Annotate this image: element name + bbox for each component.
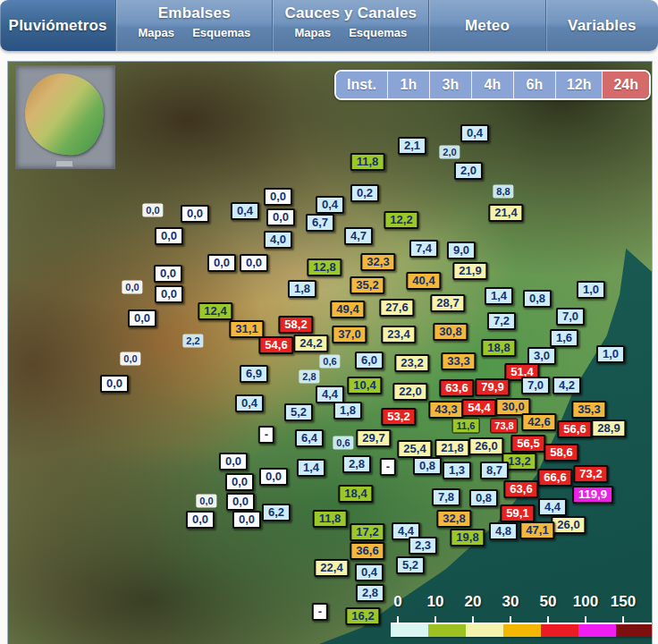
gauge-label[interactable]: 58,6 — [544, 444, 578, 462]
gauge-label[interactable]: 5,2 — [396, 556, 425, 574]
gauge-label[interactable]: 0,0 — [264, 188, 292, 206]
gauge-label[interactable]: 7,0 — [556, 308, 585, 326]
gauge-label[interactable]: 26,0 — [468, 437, 503, 455]
gauge-label[interactable]: 7,0 — [521, 377, 550, 394]
gauge-label[interactable]: 32,3 — [360, 253, 395, 271]
gauge-label[interactable]: 66,6 — [537, 469, 572, 487]
gauge-label[interactable]: 119,9 — [572, 486, 613, 504]
gauge-label[interactable]: 28,7 — [430, 294, 465, 312]
gauge-label[interactable]: 33,3 — [441, 352, 476, 370]
gauge-label[interactable]: 12,2 — [384, 211, 418, 229]
gauge-label[interactable]: 1,4 — [485, 287, 513, 305]
gauge-label[interactable]: 4,2 — [553, 377, 581, 394]
gauge-label[interactable]: 4,7 — [344, 227, 373, 245]
gauge-label[interactable]: 79,9 — [475, 378, 510, 396]
gauge-label[interactable]: 8,7 — [480, 462, 509, 479]
gauge-label[interactable]: 21,4 — [488, 204, 523, 222]
gauge-label[interactable]: 3,0 — [527, 347, 556, 365]
tab-meteo[interactable]: Meteo — [429, 0, 545, 51]
gauge-label[interactable]: 42,6 — [521, 413, 556, 431]
time-button-3h[interactable]: 3h — [430, 72, 472, 98]
gauge-label[interactable]: 2,8 — [299, 370, 319, 384]
tab-embalses-sub-mapas[interactable]: Mapas — [138, 26, 173, 39]
gauge-label[interactable]: 63,6 — [503, 480, 538, 498]
tab-embalses[interactable]: EmbalsesMapasEsquemas — [116, 0, 273, 51]
gauge-label[interactable]: 24,2 — [293, 335, 328, 352]
gauge-label[interactable]: 73,2 — [573, 465, 608, 483]
gauge-label[interactable]: 56,5 — [510, 435, 545, 453]
gauge-label[interactable]: 54,4 — [461, 399, 496, 417]
gauge-label[interactable]: 5,2 — [284, 403, 313, 421]
gauge-label[interactable]: 32,8 — [436, 510, 471, 528]
gauge-label[interactable]: 0,0 — [122, 281, 142, 294]
gauge-label[interactable]: 47,1 — [519, 521, 554, 539]
gauge-label[interactable]: 0,2 — [350, 184, 379, 202]
gauge-label[interactable]: 1,0 — [596, 345, 625, 363]
gauge-label[interactable]: 2,0 — [454, 162, 483, 180]
gauge-label[interactable]: 0,0 — [155, 285, 183, 303]
tab-pluviometros[interactable]: Pluviómetros — [0, 0, 116, 51]
gauge-label[interactable]: 18,8 — [481, 339, 516, 357]
time-button-1h[interactable]: 1h — [388, 72, 430, 98]
gauge-label[interactable]: 23,4 — [381, 326, 416, 343]
gauge-label[interactable]: - — [258, 426, 274, 444]
gauge-label[interactable]: 7,8 — [432, 488, 460, 506]
gauge-label[interactable]: 28,9 — [591, 419, 626, 437]
gauge-label[interactable]: 2,3 — [409, 537, 437, 555]
gauge-label[interactable]: 1,8 — [288, 280, 316, 298]
tab-cauces-y-canales[interactable]: Cauces y CanalesMapasEsquemas — [273, 0, 429, 51]
gauge-label[interactable]: 19,8 — [450, 529, 485, 547]
gauge-label[interactable]: 6,4 — [295, 429, 324, 447]
gauge-label[interactable]: 0,4 — [316, 196, 344, 214]
gauge-label[interactable]: 4,4 — [316, 386, 344, 403]
gauge-label[interactable]: 0,0 — [100, 375, 129, 393]
gauge-label[interactable]: 73,8 — [490, 419, 518, 434]
gauge-label[interactable]: 59,1 — [500, 504, 535, 522]
gauge-label[interactable]: 0,0 — [155, 227, 183, 245]
gauge-label[interactable]: 0,8 — [469, 489, 498, 507]
gauge-label[interactable]: 35,3 — [571, 401, 606, 419]
tab-cauces-y-canales-sub-mapas[interactable]: Mapas — [294, 26, 330, 39]
gauge-label[interactable]: 0,0 — [181, 205, 209, 223]
gauge-label[interactable]: 56,6 — [557, 420, 592, 438]
gauge-label[interactable]: 1,3 — [443, 462, 471, 479]
gauge-label[interactable]: 6,0 — [355, 352, 384, 369]
gauge-label[interactable]: 0,0 — [128, 309, 156, 327]
gauge-label[interactable]: 35,2 — [350, 276, 384, 294]
gauge-label[interactable]: 4,0 — [264, 231, 292, 249]
gauge-label[interactable]: 7,2 — [487, 312, 516, 330]
gauge-label[interactable]: 0,0 — [225, 473, 254, 491]
gauge-label[interactable]: 22,4 — [314, 559, 349, 577]
gauge-label[interactable]: 1,8 — [333, 402, 362, 419]
gauge-label[interactable]: 9,0 — [447, 242, 476, 259]
gauge-label[interactable]: 18,4 — [338, 485, 373, 503]
gauge-label[interactable]: 30,8 — [433, 323, 468, 341]
gauge-label[interactable]: 4,8 — [489, 522, 518, 540]
gauge-label[interactable]: 0,0 — [154, 265, 182, 283]
gauge-label[interactable]: 2,8 — [356, 584, 384, 602]
gauge-label[interactable]: 12,8 — [307, 258, 342, 276]
time-button-24h[interactable]: 24h — [603, 72, 649, 98]
gauge-label[interactable]: 0,0 — [120, 352, 140, 366]
gauge-label[interactable]: 12,4 — [198, 302, 232, 320]
gauge-label[interactable]: 17,2 — [350, 523, 384, 541]
gauge-label[interactable]: 4,4 — [538, 498, 567, 516]
gauge-label[interactable]: 2,1 — [398, 137, 426, 155]
gauge-label[interactable]: 8,8 — [493, 185, 513, 199]
gauge-label[interactable]: 1,0 — [577, 281, 605, 299]
gauge-label[interactable]: 10,4 — [347, 377, 382, 394]
gauge-label[interactable]: - — [380, 458, 396, 476]
gauge-label[interactable]: 29,7 — [356, 429, 391, 447]
gauge-label[interactable]: 0,0 — [219, 453, 248, 470]
gauge-label[interactable]: 0,8 — [523, 290, 552, 308]
gauge-label[interactable]: - — [312, 603, 328, 621]
gauge-label[interactable]: 54,6 — [258, 336, 293, 354]
gauge-label[interactable]: 21,8 — [434, 439, 469, 457]
time-button-inst[interactable]: Inst. — [336, 72, 388, 98]
gauge-label[interactable]: 22,0 — [392, 383, 427, 401]
gauge-label[interactable]: 49,4 — [330, 301, 365, 318]
tab-variables[interactable]: Variables — [546, 0, 658, 51]
gauge-label[interactable]: 11,8 — [313, 510, 348, 528]
gauge-label[interactable]: 6,9 — [240, 365, 268, 383]
gauge-label[interactable]: 0,8 — [413, 457, 442, 475]
